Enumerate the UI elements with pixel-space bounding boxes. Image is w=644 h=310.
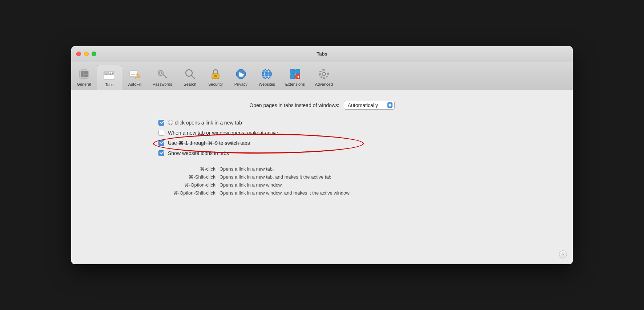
new-tab-active-checkbox[interactable] (158, 130, 164, 136)
shortcut-key-2: ⌘-Shift-click: (129, 174, 217, 180)
search-label: Search (184, 82, 196, 86)
title-bar: Tabs (71, 46, 573, 62)
content-area: Open pages in tabs instead of windows: N… (71, 90, 573, 264)
toolbar-item-tabs[interactable]: Tabs (97, 65, 122, 90)
maximize-button[interactable] (92, 52, 96, 56)
cmd-numbers-label: Use ⌘-1 through ⌘-9 to switch tabs (168, 140, 250, 146)
passwords-icon (156, 67, 169, 81)
checkbox-row-cmd-numbers: Use ⌘-1 through ⌘-9 to switch tabs (158, 140, 558, 146)
svg-rect-2 (84, 71, 88, 74)
shortcut-desc-2: Opens a link in a new tab, and makes it … (220, 174, 333, 180)
shortcut-row-cmd-option-click: ⌘-Option-click: Opens a link in a new wi… (129, 182, 558, 188)
shortcut-row-cmd-option-shift-click: ⌘-Option-Shift-click: Opens a link in a … (129, 190, 558, 196)
help-button[interactable]: ? (559, 250, 567, 258)
preferences-window: Tabs General (71, 46, 573, 264)
privacy-label: Privacy (234, 82, 247, 86)
show-icons-checkbox[interactable] (158, 150, 164, 156)
svg-rect-36 (295, 69, 300, 74)
close-button[interactable] (76, 52, 81, 56)
svg-rect-37 (290, 74, 295, 79)
svg-rect-3 (84, 74, 88, 77)
shortcut-desc-3: Opens a link in a new window. (220, 182, 283, 188)
search-icon (183, 67, 197, 81)
toolbar-item-extensions[interactable]: Extensions (280, 65, 310, 90)
autofill-label: AutoFill (128, 82, 142, 86)
svg-rect-5 (104, 72, 108, 74)
open-pages-label: Open pages in tabs instead of windows: (249, 102, 339, 108)
svg-point-18 (158, 70, 163, 76)
tabs-label: Tabs (105, 82, 113, 87)
toolbar-item-autofill[interactable]: AutoFill (122, 65, 148, 90)
tabs-icon (102, 68, 116, 81)
checkbox-row-cmd-click: ⌘-click opens a link in a new tab (158, 120, 558, 126)
new-tab-active-label: When a new tab or window opens, make it … (168, 130, 278, 136)
shortcut-key-4: ⌘-Option-Shift-click: (129, 190, 217, 196)
toolbar-item-search[interactable]: Search (177, 65, 203, 90)
toolbar-item-websites[interactable]: Websites (254, 65, 280, 90)
websites-label: Websites (259, 82, 275, 86)
general-label: General (77, 82, 91, 86)
traffic-lights (76, 52, 96, 56)
shortcut-key-3: ⌘-Option-click: (129, 182, 217, 188)
general-icon (77, 67, 91, 81)
shortcut-desc-1: Opens a link in a new tab. (220, 166, 274, 172)
shortcut-row-cmd-shift-click: ⌘-Shift-click: Opens a link in a new tab… (129, 174, 558, 180)
cmd-numbers-checkbox[interactable] (158, 140, 164, 146)
toolbar-item-security[interactable]: Security (203, 65, 228, 90)
websites-icon (260, 67, 274, 81)
cmd-click-label: ⌘-click opens a link in a new tab (168, 120, 242, 126)
minimize-button[interactable] (84, 52, 89, 56)
privacy-icon (234, 67, 248, 81)
autofill-icon (128, 67, 142, 81)
shortcut-desc-4: Opens a link in a new window, and makes … (220, 190, 351, 196)
advanced-label: Advanced (315, 82, 333, 86)
passwords-label: Passwords (153, 82, 172, 86)
svg-rect-12 (130, 71, 138, 77)
svg-rect-51 (319, 71, 322, 72)
cmd-click-checkbox[interactable] (158, 120, 164, 126)
svg-rect-47 (326, 76, 328, 77)
svg-rect-35 (290, 69, 295, 74)
checkboxes-section: ⌘-click opens a link in a new tab When a… (86, 120, 558, 156)
svg-line-24 (192, 76, 195, 79)
shortcut-key-1: ⌘-click: (129, 166, 217, 172)
svg-rect-27 (212, 74, 219, 79)
svg-rect-49 (321, 76, 322, 78)
extensions-icon (288, 67, 302, 81)
toolbar-item-privacy[interactable]: Privacy (228, 65, 254, 90)
dropdown-wrapper: Never Automatically Always (344, 101, 395, 110)
shortcuts-section: ⌘-click: Opens a link in a new tab. ⌘-Sh… (86, 166, 558, 196)
show-icons-label: Show website icons in tabs (168, 150, 229, 156)
open-pages-row: Open pages in tabs instead of windows: N… (86, 101, 558, 110)
security-label: Security (208, 82, 223, 86)
svg-point-41 (323, 73, 325, 75)
svg-point-19 (160, 72, 162, 74)
advanced-icon (317, 67, 331, 81)
toolbar-item-advanced[interactable]: Advanced (310, 65, 338, 90)
security-icon (209, 67, 222, 81)
shortcut-row-cmd-click: ⌘-click: Opens a link in a new tab. (129, 166, 558, 172)
window-title: Tabs (317, 51, 327, 57)
svg-rect-1 (81, 71, 84, 77)
toolbar-item-general[interactable]: General (71, 65, 97, 90)
toolbar-item-passwords[interactable]: Passwords (148, 65, 177, 90)
extensions-label: Extensions (285, 82, 305, 86)
open-pages-dropdown[interactable]: Never Automatically Always (344, 101, 395, 110)
toolbar: General Tabs (71, 62, 573, 90)
checkbox-row-new-tab: When a new tab or window opens, make it … (158, 130, 558, 136)
checkbox-row-show-icons: Show website icons in tabs (158, 150, 558, 156)
